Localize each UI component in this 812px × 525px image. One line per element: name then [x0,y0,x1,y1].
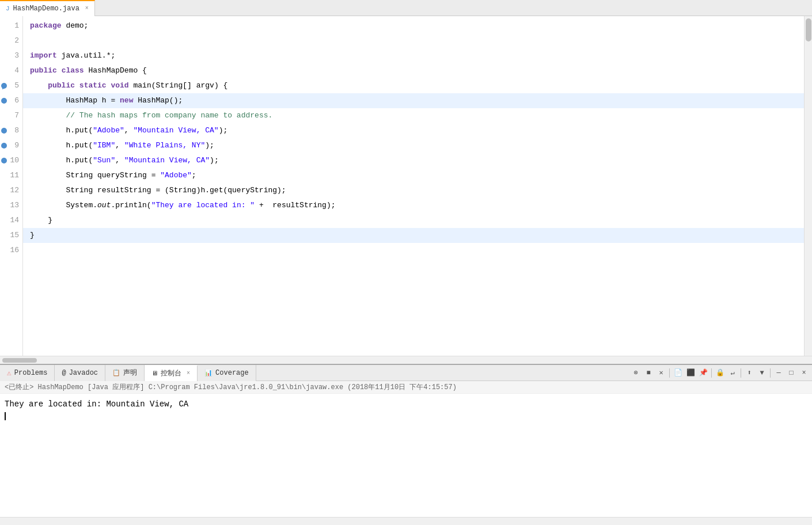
tab-console-label: 控制台 [161,368,181,378]
hscroll-thumb[interactable] [2,358,37,363]
new-console-button[interactable]: 📄 [672,367,684,379]
display-selected-console-button[interactable]: ⬛ [685,367,696,379]
tab-declaration-label: 声明 [123,368,137,378]
code-editor[interactable]: package demo; import java.util.*;public … [23,16,804,356]
line-number-13: 13 [3,198,19,213]
console-status-text: <已终止> HashMapDemo [Java 应用程序] C:\Program… [5,383,457,391]
tab-coverage[interactable]: 📊 Coverage [198,365,256,381]
code-line-6: HashMap h = new HashMap(); [23,93,804,108]
word-wrap-button[interactable]: ↵ [727,367,738,379]
toolbar-separator-3 [741,368,741,378]
tab-filename: HashMapDemo.java [13,5,79,13]
line-number-16: 16 [3,243,19,258]
minimize-panel-button[interactable]: — [773,367,784,379]
close-panel-button[interactable]: × [798,367,810,379]
code-line-10: h.put("Sun", "Mountain View, CA"); [23,153,804,168]
code-line-11: String queryString = "Adobe"; [23,168,804,183]
line-number-12: 12 [3,183,19,198]
tab-bar: J HashMapDemo.java × [0,0,812,16]
scrollbar-thumb[interactable] [806,18,811,41]
line-number-gutter: 12345▶678910111213141516 [0,16,23,356]
breakpoint-marker-10 [1,158,7,163]
code-line-3: import java.util.*; [23,48,804,63]
code-line-12: String resultString = (String)h.get(quer… [23,183,804,198]
bottom-panel: ⚠ Problems @ Javadoc 📋 声明 🖥 控制台 × 📊 Cove… [0,364,812,525]
line-number-5: 5▶ [3,78,19,93]
code-line-4: public class HashMapDemo { [23,63,804,78]
line-number-15: 15 [3,228,19,243]
line-number-7: 7 [3,108,19,123]
problems-icon: ⚠ [7,368,12,378]
editor-wrapper: 12345▶678910111213141516 package demo; i… [0,16,812,356]
line-number-6: 6 [3,93,19,108]
panel-tab-bar: ⚠ Problems @ Javadoc 📋 声明 🖥 控制台 × 📊 Cove… [0,365,812,381]
tab-javadoc[interactable]: @ Javadoc [55,365,105,381]
console-output-text: They are located in: Mountain View, CA [5,400,188,409]
toolbar-separator-1 [669,368,670,378]
editor-tab[interactable]: J HashMapDemo.java × [0,0,95,16]
open-console-button[interactable]: ⬆ [743,367,755,379]
tab-problems-label: Problems [14,369,48,377]
console-cursor-line [5,412,807,420]
tab-coverage-label: Coverage [215,369,249,377]
scroll-lock-button[interactable]: 🔒 [714,367,726,379]
maximize-panel-button[interactable]: □ [786,367,797,379]
tab-console[interactable]: 🖥 控制台 × [145,365,198,381]
java-file-icon: J [6,5,10,12]
tab-javadoc-label: Javadoc [69,369,98,377]
line-number-1: 1 [3,18,19,33]
remove-launch-button[interactable]: ✕ [655,367,667,379]
coverage-icon: 📊 [204,369,213,376]
line-number-9: 9 [3,138,19,153]
console-tab-close-icon[interactable]: × [187,370,190,376]
console-status-bar: <已终止> HashMapDemo [Java 应用程序] C:\Program… [0,381,812,394]
editor-area: 12345▶678910111213141516 package demo; i… [0,16,804,356]
tab-declaration[interactable]: 📋 声明 [105,365,145,381]
breakpoint-marker-9 [1,143,7,149]
code-line-9: h.put("IBM", "White Plains, NY"); [23,138,804,153]
toolbar-separator-4 [770,368,771,378]
line-number-2: 2 [3,33,19,48]
javadoc-icon: @ [62,369,66,377]
vertical-scrollbar[interactable] [804,16,812,356]
line-number-10: 10 [3,153,19,168]
code-line-7: // The hash maps from company name to ad… [23,108,804,123]
code-line-14: } [23,213,804,228]
clear-console-button[interactable]: ⊗ [630,367,642,379]
breakpoint-marker-6 [1,98,7,104]
code-line-5: public static void main(String[] argv) { [23,78,804,93]
breakpoint-marker-8 [1,128,7,134]
line-number-14: 14 [3,213,19,228]
console-cursor [5,412,6,420]
pin-console-button[interactable]: 📌 [697,367,709,379]
tab-close-icon[interactable]: × [85,5,89,12]
code-line-13: System.out.println("They are located in:… [23,198,804,213]
line-number-11: 11 [3,168,19,183]
console-output-area[interactable]: They are located in: Mountain View, CA [0,394,812,517]
code-line-15: } [23,228,804,243]
code-line-16 [23,243,804,258]
line-number-8: 8 [3,123,19,138]
line-number-4: 4 [3,63,19,78]
console-hscrollbar[interactable] [0,517,812,525]
horizontal-scrollbar[interactable] [0,356,812,364]
console-dropdown-button[interactable]: ▼ [756,367,768,379]
code-line-8: h.put("Adobe", "Mountain View, CA"); [23,123,804,138]
code-line-1: package demo; [23,18,804,33]
code-line-2 [23,33,804,48]
line-number-3: 3 [3,48,19,63]
console-output-line: They are located in: Mountain View, CA [5,398,807,410]
toolbar-separator-2 [711,368,712,378]
declaration-icon: 📋 [112,369,120,376]
tab-problems[interactable]: ⚠ Problems [0,365,55,381]
terminate-button[interactable]: ■ [643,367,654,379]
console-icon: 🖥 [151,370,158,377]
